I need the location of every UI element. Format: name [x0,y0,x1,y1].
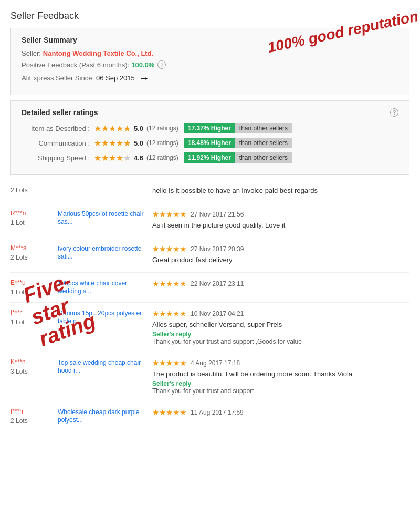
score-item: 5.0 [134,125,143,132]
review-main: ★★★★★ 27 Nov 2017 21:56 As it seen in th… [152,210,410,231]
seller-reply-label: Seller's reply [152,380,410,387]
seller-summary-heading: Seller Summary [22,36,398,44]
seller-reply-text: Thank you for your trust and support ,Go… [152,338,410,345]
count-comm: (12 ratings) [146,139,178,147]
higher-badge-comm: 18.48% Higher [184,138,235,148]
review-text: Alles super, schneller Versand, super Pr… [152,321,410,328]
review-date: 27 Nov 2017 21:56 [191,211,244,218]
product-link[interactable]: Marious 50pcs/lot rosette chair sas... [58,210,143,225]
product-link[interactable]: Marious 15p...20pcs polyester table c... [58,310,142,325]
arrow-icon: → [139,72,150,84]
review-item: f***n 2 Lots Wholesale cheap dark purple… [10,401,410,431]
product-col: Top sale wedding cheap chair hood r... [58,358,152,395]
than-others-item: than other sellers [235,123,292,133]
higher-badge-ship: 11.92% Higher [184,152,235,163]
review-date: 27 Nov 2017 20:39 [191,245,244,253]
feedback-row: Positive Feedback (Past 6 months): 100.0… [22,60,398,69]
reviewer-name: I***r [10,309,58,316]
detailed-ratings-heading: Detailed seller ratings ? [22,108,398,117]
seller-reply-block: Seller's reply Thank you for your trust … [152,380,410,395]
review-text: hello Is it possible to have an invoice … [152,187,410,194]
seller-reply-text: Thank you for your trust and support [152,387,410,395]
reviewer-lots: 1 Lot [10,318,58,326]
reviewer-col: M***s 2 Lots [10,244,58,266]
detailed-ratings-box: Detailed seller ratings ? Item as Descri… [10,100,410,175]
review-stars: ★★★★★ [152,408,186,417]
rating-label-item: Item as Described : [22,125,90,132]
stars-ship: ★★★★★ [94,153,131,163]
higher-badge-item: 17.37% Higher [184,123,235,133]
than-others-comm: than other sellers [235,138,292,148]
seller-summary-box: Seller Summary Seller: Nantong Wedding T… [10,28,410,95]
stars-item: ★★★★★ [94,123,131,133]
reviewer-name: f***n [10,408,58,415]
review-stars-date: ★★★★★ 27 Nov 2017 20:39 [152,244,410,254]
seller-label: Seller: [22,49,41,57]
product-col: Marious 50pcs/lot rosette chair sas... [58,210,152,231]
reviewer-col: R***n 1 Lot [10,210,58,231]
reviewer-col: I***r 1 Lot [10,309,58,345]
since-row: AliExpress Seller Since: 06 Sep 2015 → [22,72,398,84]
seller-reply-label: Seller's reply [152,331,410,338]
reviewer-col: K***n 3 Lots [10,358,58,395]
count-item: (12 ratings) [146,125,178,132]
score-comm: 5.0 [134,139,143,147]
review-stars-date: ★★★★★ 22 Nov 2017 23:11 [152,279,410,288]
feedback-label: Positive Feedback (Past 6 months): [22,61,129,69]
review-item: 2 Lots hello Is it possible to have an i… [10,180,410,203]
reviewer-lots: 1 Lot [10,219,58,226]
since-label: AliExpress Seller Since: [22,74,94,82]
review-stars-date: ★★★★★ 4 Aug 2017 17:18 [152,358,410,368]
review-stars-date: ★★★★★ 27 Nov 2017 21:56 [152,210,410,219]
review-main: hello Is it possible to have an invoice … [152,187,410,197]
feedback-info-icon[interactable]: ? [158,60,166,69]
review-text: Great product fast delivery [152,256,410,264]
since-value: 06 Sep 2015 [96,74,135,82]
product-link[interactable]: Ivory colour embroider rosette sati... [58,245,141,260]
seller-reply-block: Seller's reply Thank you for your trust … [152,331,410,345]
review-text: The product is beautifu. I will be order… [152,370,410,378]
review-main: ★★★★★ 22 Nov 2017 23:11 [152,279,410,296]
review-item: M***s 2 Lots Ivory colour embroider rose… [10,238,410,273]
reviewer-col: E***u 1 Lot [10,279,58,296]
review-date: 10 Nov 2017 04:21 [191,310,244,317]
review-item: K***n 3 Lots Top sale wedding cheap chai… [10,352,410,401]
reviews-section: Five-starrating 2 Lots hello Is it possi… [10,180,410,431]
seller-name-link[interactable]: Nantong Wedding Textile Co., Ltd. [43,49,153,57]
reviewer-lots: 1 Lot [10,288,58,296]
reviewer-col: 2 Lots [10,187,58,197]
product-col [58,187,152,197]
product-col: Marious 15p...20pcs polyester table c... [58,309,152,345]
reviewer-lots: 2 Lots [10,254,58,261]
reviewer-lots: 2 Lots [10,417,58,425]
review-item: R***n 1 Lot Marious 50pcs/lot rosette ch… [10,203,410,238]
rating-row-item-described: Item as Described : ★★★★★ 5.0 (12 rating… [22,123,398,133]
review-date: 11 Aug 2017 17:59 [191,409,244,416]
rating-label-ship: Shipping Speed : [22,154,90,162]
product-link[interactable]: Wholesale cheap dark purple polyest... [58,408,139,424]
than-others-ship: than other sellers [235,152,292,163]
review-main: ★★★★★ 27 Nov 2017 20:39 Great product fa… [152,244,410,266]
ratings-info-icon[interactable]: ? [390,108,398,117]
product-col: Wholesale cheap dark purple polyest... [58,408,152,425]
review-stars: ★★★★★ [152,210,186,219]
review-item: I***r 1 Lot Marious 15p...20pcs polyeste… [10,303,410,352]
review-stars-date: ★★★★★ 10 Nov 2017 04:21 [152,309,410,318]
reviewer-name: K***n [10,358,58,366]
review-stars: ★★★★★ [152,309,186,318]
product-link[interactable]: Top sale wedding cheap chair hood r... [58,359,141,374]
review-stars: ★★★★★ [152,358,186,368]
review-main: ★★★★★ 11 Aug 2017 17:59 [152,408,410,425]
rating-row-communication: Communication : ★★★★★ 5.0 (12 ratings) 1… [22,138,398,148]
review-text: As it seen in the picture good quality. … [152,221,410,229]
product-col: Ivory colour embroider rosette sati... [58,244,152,266]
review-date: 4 Aug 2017 17:18 [191,359,240,367]
reviewer-name: M***s [10,244,58,252]
reviewer-lots: 3 Lots [10,368,58,375]
rating-label-comm: Communication : [22,139,90,147]
rating-row-shipping: Shipping Speed : ★★★★★ 4.6 (12 ratings) … [22,152,398,163]
product-link[interactable]: 100pcs white chair cover wedding s... [58,280,127,295]
review-item: E***u 1 Lot 100pcs white chair cover wed… [10,273,410,303]
review-stars: ★★★★★ [152,279,186,288]
reviewer-name: E***u [10,279,58,286]
